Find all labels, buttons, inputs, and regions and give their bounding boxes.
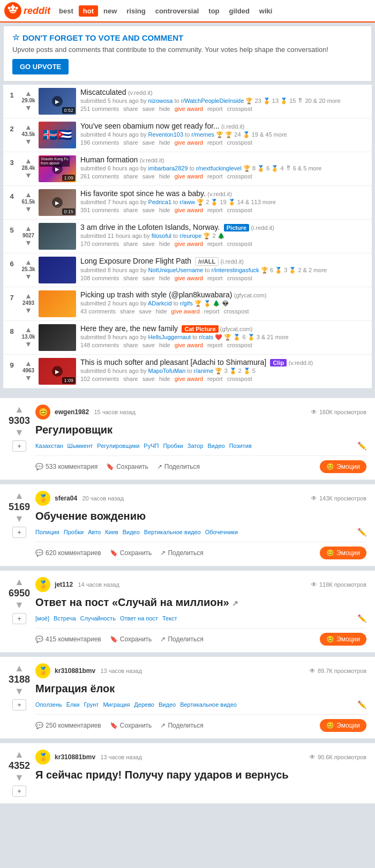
post-thumbnail[interactable]: [39, 257, 76, 283]
post-thumbnail[interactable]: ▶ 1:09: [39, 358, 76, 385]
ru-tag[interactable]: Киев: [105, 529, 118, 535]
ru-tag[interactable]: Ответ на пост: [120, 615, 158, 622]
subreddit-link[interactable]: r/aww: [179, 199, 195, 205]
ru-tag[interactable]: Авто: [88, 529, 101, 535]
plus-button[interactable]: +: [12, 699, 26, 710]
save-action[interactable]: 🔖 Сохранить: [110, 722, 152, 729]
upvote-icon[interactable]: ▲: [14, 577, 24, 587]
emotion-button[interactable]: 😊 Эмоции: [320, 547, 366, 559]
ru-post-title[interactable]: Обучение вождению: [35, 510, 366, 522]
ru-tag[interactable]: Обочечники: [205, 529, 238, 535]
upvote-icon[interactable]: ▲: [25, 156, 32, 165]
author-link[interactable]: ADarkcid: [148, 300, 172, 306]
subreddit-link[interactable]: r/WatchPeopleDieInside: [181, 98, 244, 104]
give-award-button[interactable]: give award: [175, 139, 203, 146]
hide-button[interactable]: hide: [159, 173, 170, 179]
share-button[interactable]: share: [123, 376, 138, 382]
author-name[interactable]: ewgen1982: [55, 408, 89, 416]
upvote-icon[interactable]: ▲: [25, 291, 32, 300]
emotion-button[interactable]: 😊 Эмоции: [320, 460, 366, 473]
give-award-button[interactable]: give award: [171, 308, 200, 315]
downvote-icon[interactable]: ▼: [14, 428, 24, 437]
downvote-icon[interactable]: ▼: [25, 137, 32, 146]
ru-tag[interactable]: Затор: [188, 443, 204, 449]
downvote-icon[interactable]: ▼: [14, 600, 24, 610]
post-title-link[interactable]: His favorite spot since he was a baby.: [80, 189, 206, 198]
upvote-icon[interactable]: ▲: [25, 224, 32, 233]
downvote-icon[interactable]: ▼: [25, 103, 32, 112]
comments-link[interactable]: 170 comments: [80, 241, 119, 247]
author-link[interactable]: filosoful: [152, 233, 171, 239]
ru-tag[interactable]: Дерево: [134, 701, 154, 708]
ru-tag[interactable]: Пробки: [163, 443, 183, 449]
post-title-link[interactable]: This is much softer and pleasant [Adachi…: [80, 358, 266, 366]
share-button[interactable]: share: [123, 173, 138, 179]
ru-tag[interactable]: Вертикальное видео: [180, 701, 237, 708]
crosspost-button[interactable]: crosspost: [227, 342, 252, 348]
author-link[interactable]: MapoTofuMan: [148, 368, 186, 374]
upvote-icon[interactable]: ▲: [25, 325, 32, 334]
report-button[interactable]: report: [207, 173, 223, 179]
edit-icon[interactable]: ✏️: [357, 614, 366, 623]
ru-tag[interactable]: Позитив: [229, 443, 252, 449]
save-button[interactable]: save: [142, 139, 155, 146]
comments-action[interactable]: 💬 620 комментариев: [35, 549, 101, 557]
share-action[interactable]: ↗ Поделиться: [160, 549, 203, 557]
subreddit-link[interactable]: r/memes: [191, 131, 214, 138]
plus-button[interactable]: +: [12, 613, 26, 624]
share-button[interactable]: share: [123, 106, 138, 112]
share-action[interactable]: ↗ Поделиться: [160, 635, 203, 643]
upvote-icon[interactable]: ▲: [25, 89, 32, 98]
upvote-icon[interactable]: ▲: [25, 359, 32, 368]
upvote-icon[interactable]: ▲: [14, 491, 24, 500]
downvote-icon[interactable]: ▼: [25, 205, 32, 213]
save-action[interactable]: 🔖 Сохранить: [110, 635, 152, 643]
plus-button[interactable]: +: [12, 440, 26, 452]
ru-post-title[interactable]: Регулировщик: [35, 424, 366, 436]
ru-post-title[interactable]: Я сейчас приду! Получу пару ударов и вер…: [35, 769, 366, 781]
author-link[interactable]: Reventon103: [148, 131, 183, 138]
crosspost-button[interactable]: crosspost: [227, 173, 252, 179]
hide-button[interactable]: hide: [159, 207, 170, 213]
post-title-link[interactable]: Here they are, the new family: [80, 324, 178, 333]
hide-button[interactable]: hide: [159, 106, 170, 112]
subreddit-link[interactable]: r/anime: [194, 368, 214, 374]
subreddit-link[interactable]: r/nextfuckinglevel: [196, 165, 242, 171]
plus-button[interactable]: +: [12, 527, 26, 538]
crosspost-button[interactable]: crosspost: [227, 275, 252, 281]
edit-icon[interactable]: ✏️: [357, 442, 366, 450]
crosspost-button[interactable]: crosspost: [227, 241, 252, 247]
comments-link[interactable]: 196 comments: [80, 139, 119, 146]
author-link[interactable]: Pedrica1: [148, 199, 171, 205]
give-award-button[interactable]: give award: [175, 275, 203, 281]
hide-button[interactable]: hide: [159, 376, 170, 382]
comments-link[interactable]: 108 comments: [80, 275, 119, 281]
hide-button[interactable]: hide: [159, 241, 170, 247]
downvote-icon[interactable]: ▼: [25, 272, 32, 281]
ru-tag[interactable]: Миграция: [103, 701, 130, 708]
post-title-link[interactable]: 3 am drive in the Lofoten Islands, Norwa…: [80, 223, 220, 231]
subreddit-link[interactable]: r/europe: [179, 233, 201, 239]
save-button[interactable]: save: [139, 308, 152, 315]
downvote-icon[interactable]: ▼: [25, 340, 32, 348]
post-thumbnail[interactable]: ▶ 0:15: [39, 189, 76, 216]
downvote-icon[interactable]: ▼: [25, 171, 32, 179]
report-button[interactable]: report: [207, 342, 223, 348]
plus-button[interactable]: +: [12, 785, 26, 797]
author-name[interactable]: kr310881bmv: [55, 753, 95, 761]
author-link[interactable]: nizowosa: [148, 98, 173, 104]
post-title-link[interactable]: Miscatculated: [80, 88, 126, 96]
edit-icon[interactable]: ✏️: [357, 700, 366, 709]
comments-link[interactable]: 102 comments: [80, 376, 119, 382]
post-title-link[interactable]: Picking up trash with style (@plan8kuwab…: [80, 290, 232, 299]
downvote-icon[interactable]: ▼: [25, 373, 32, 382]
comments-link[interactable]: 251 comments: [80, 106, 119, 112]
post-title-link[interactable]: Human formation: [80, 155, 138, 164]
crosspost-button[interactable]: crosspost: [227, 106, 252, 112]
report-button[interactable]: report: [207, 106, 223, 112]
share-action[interactable]: ↗ Поделиться: [160, 722, 203, 729]
reddit-logo[interactable]: reddit: [4, 2, 50, 19]
subreddit-link[interactable]: r/gifs: [180, 300, 193, 306]
save-button[interactable]: save: [142, 106, 155, 112]
report-button[interactable]: report: [207, 275, 223, 281]
